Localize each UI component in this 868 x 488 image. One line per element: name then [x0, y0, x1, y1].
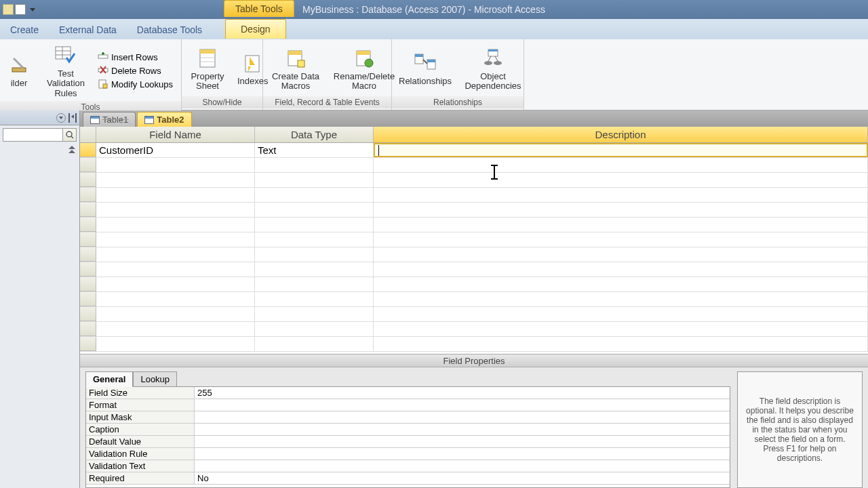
search-button[interactable] — [63, 128, 77, 142]
property-row[interactable]: Input Mask — [86, 411, 730, 424]
row-selector[interactable] — [80, 307, 96, 321]
field-row[interactable]: CustomerID Text — [80, 143, 868, 158]
data-type-cell[interactable] — [255, 322, 374, 336]
field-row-empty[interactable] — [80, 158, 868, 173]
create-data-macros-button[interactable]: Create Data Macros — [267, 45, 324, 93]
field-row-empty[interactable] — [80, 262, 868, 277]
field-row-empty[interactable] — [80, 188, 868, 203]
property-row[interactable]: Field Size255 — [86, 387, 730, 399]
col-field-name[interactable]: Field Name — [96, 127, 255, 142]
field-grid[interactable]: Field Name Data Type Description Custome… — [80, 127, 868, 354]
property-value[interactable] — [195, 436, 730, 447]
description-cell[interactable] — [374, 337, 868, 351]
data-type-cell[interactable] — [255, 158, 374, 172]
description-cell[interactable] — [374, 188, 868, 202]
description-cell[interactable] — [374, 203, 868, 217]
field-row-empty[interactable] — [80, 247, 868, 262]
property-value[interactable] — [195, 448, 730, 460]
row-selector[interactable] — [80, 247, 96, 262]
test-validation-button[interactable]: Test Validation Rules — [39, 42, 92, 100]
description-cell[interactable] — [374, 322, 868, 336]
field-row-empty[interactable] — [80, 307, 868, 322]
property-value[interactable]: No — [195, 472, 730, 484]
description-cell[interactable] — [374, 158, 868, 172]
data-type-cell[interactable] — [255, 188, 374, 202]
field-row-empty[interactable] — [80, 173, 868, 188]
modify-lookups-button[interactable]: Modify Lookups — [98, 79, 173, 89]
folder-icon[interactable] — [3, 4, 14, 15]
field-row-empty[interactable] — [80, 232, 868, 247]
description-cell[interactable] — [374, 218, 868, 232]
collapse-pane-icon[interactable] — [68, 113, 77, 123]
property-value[interactable]: 255 — [195, 387, 730, 399]
data-type-cell[interactable] — [255, 203, 374, 217]
description-cell[interactable] — [374, 173, 868, 187]
row-selector[interactable] — [80, 143, 96, 157]
field-name-cell[interactable] — [96, 218, 255, 232]
field-name-cell[interactable] — [96, 232, 255, 247]
field-name-cell[interactable] — [96, 292, 255, 306]
field-row-empty[interactable] — [80, 322, 868, 337]
field-row-empty[interactable] — [80, 218, 868, 232]
description-cell[interactable] — [374, 307, 868, 321]
field-name-cell[interactable] — [96, 307, 255, 321]
property-sheet-button[interactable]: Property Sheet — [186, 45, 229, 93]
tab-general[interactable]: General — [85, 371, 133, 387]
property-row[interactable]: Default Value — [86, 436, 730, 448]
builder-button[interactable]: ilder — [4, 52, 34, 89]
data-type-cell[interactable] — [255, 307, 374, 321]
field-name-cell[interactable] — [96, 188, 255, 202]
data-type-cell[interactable] — [255, 218, 374, 232]
rename-delete-macro-button[interactable]: Rename/Delete Macro — [330, 45, 399, 93]
property-row[interactable]: RequiredNo — [86, 472, 730, 485]
data-type-cell[interactable] — [255, 173, 374, 187]
data-type-cell[interactable] — [255, 337, 374, 351]
property-row[interactable]: Caption — [86, 424, 730, 436]
description-cell[interactable] — [374, 247, 868, 262]
field-row-empty[interactable] — [80, 203, 868, 218]
relationships-button[interactable]: Relationships — [396, 49, 454, 87]
qat-dropdown-icon[interactable] — [30, 8, 35, 12]
tab-external-data[interactable]: External Data — [49, 20, 127, 39]
row-selector[interactable] — [80, 337, 96, 351]
delete-rows-button[interactable]: Delete Rows — [98, 65, 173, 76]
field-name-cell[interactable] — [96, 262, 255, 277]
data-type-cell[interactable] — [255, 247, 374, 262]
col-data-type[interactable]: Data Type — [255, 127, 374, 142]
field-name-cell[interactable] — [96, 173, 255, 187]
object-dependencies-button[interactable]: Object Dependencies — [460, 45, 526, 93]
col-description[interactable]: Description — [374, 127, 868, 142]
data-type-cell[interactable] — [255, 232, 374, 247]
row-selector[interactable] — [80, 158, 96, 172]
data-type-cell[interactable] — [255, 262, 374, 277]
nav-collapse-group[interactable] — [0, 144, 79, 150]
field-name-cell[interactable] — [96, 203, 255, 217]
property-grid[interactable]: Field Size255FormatInput MaskCaptionDefa… — [85, 386, 730, 488]
field-name-cell[interactable] — [96, 337, 255, 351]
row-selector[interactable] — [80, 322, 96, 336]
field-row-empty[interactable] — [80, 292, 868, 307]
row-selector[interactable] — [80, 292, 96, 306]
data-type-cell[interactable]: Text — [255, 143, 374, 157]
field-name-cell[interactable] — [96, 322, 255, 336]
description-cell[interactable] — [374, 143, 868, 157]
row-selector[interactable] — [80, 277, 96, 291]
property-row[interactable]: Format — [86, 399, 730, 411]
property-value[interactable] — [195, 460, 730, 472]
row-selector[interactable] — [80, 173, 96, 187]
data-type-cell[interactable] — [255, 277, 374, 291]
insert-rows-button[interactable]: Insert Rows — [98, 52, 173, 62]
tab-lookup[interactable]: Lookup — [133, 371, 177, 387]
property-value[interactable] — [195, 399, 730, 411]
field-name-cell[interactable] — [96, 247, 255, 262]
field-row-empty[interactable] — [80, 277, 868, 292]
search-input[interactable] — [3, 128, 63, 142]
row-selector[interactable] — [80, 188, 96, 202]
tab-database-tools[interactable]: Database Tools — [127, 20, 212, 39]
description-cell[interactable] — [374, 292, 868, 306]
field-name-cell[interactable]: CustomerID — [96, 143, 255, 157]
row-selector[interactable] — [80, 203, 96, 217]
description-cell[interactable] — [374, 262, 868, 277]
description-cell[interactable] — [374, 277, 868, 291]
field-row-empty[interactable] — [80, 337, 868, 352]
